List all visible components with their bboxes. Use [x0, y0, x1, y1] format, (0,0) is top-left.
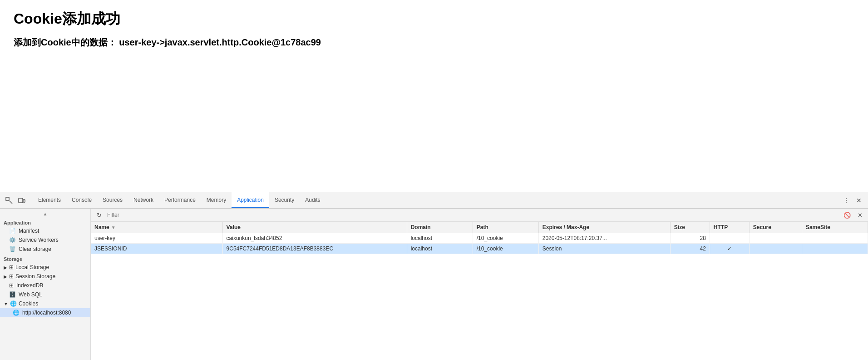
cookie-secure-jsessionid	[749, 244, 802, 254]
tab-elements[interactable]: Elements	[33, 192, 66, 208]
sidebar-item-session-storage[interactable]: ▶ ⊞ Session Storage	[0, 272, 90, 281]
storage-section-title: Storage	[0, 254, 90, 263]
page-subtitle: 添加到Cookie中的数据： user-key->javax.servlet.h…	[14, 36, 854, 49]
col-header-domain[interactable]: Domain	[407, 222, 473, 233]
indexeddb-icon: ⊞	[9, 282, 14, 289]
refresh-cookies-button[interactable]: ↻	[94, 210, 104, 220]
filter-input[interactable]	[107, 212, 839, 218]
cookie-table: Name ▼ Value Domain Path Expires / Max-A…	[91, 222, 868, 254]
sidebar-item-manifest[interactable]: 📄 Manifest	[0, 226, 90, 235]
svg-line-1	[10, 201, 12, 204]
cookie-table-wrapper: Name ▼ Value Domain Path Expires / Max-A…	[91, 222, 868, 360]
sidebar-item-local-storage[interactable]: ▶ ⊞ Local Storage	[0, 263, 90, 272]
tab-console[interactable]: Console	[66, 192, 97, 208]
col-header-samesite[interactable]: SameSite	[802, 222, 868, 233]
cookie-domain-user-key: localhost	[407, 233, 473, 244]
svg-rect-0	[6, 197, 9, 200]
table-row[interactable]: JSESSIONID 9C54FC7244FD51ED8DA13EAF8B388…	[91, 244, 868, 254]
table-row[interactable]: user-key caixunkun_lsdah34852 localhost …	[91, 233, 868, 244]
col-name-sort-icon: ▼	[111, 225, 116, 230]
devtools-tabbar: Elements Console Sources Network Perform…	[0, 192, 868, 209]
application-section-title: Application	[0, 217, 90, 226]
cookie-value-user-key: caixunkun_lsdah34852	[222, 233, 407, 244]
session-storage-arrow: ▶	[4, 274, 7, 279]
sidebar-item-indexeddb[interactable]: ⊞ IndexedDB	[0, 281, 90, 290]
col-header-path[interactable]: Path	[473, 222, 538, 233]
web-sql-icon: 🗄️	[9, 291, 16, 298]
devtools-sidebar: ▲ Application 📄 Manifest ⚙️ Service Work…	[0, 209, 91, 360]
devtools-corner-buttons: ⋮ ✕	[841, 195, 864, 206]
cookie-name-jsessionid: JSESSIONID	[91, 244, 222, 254]
sidebar-item-web-sql[interactable]: 🗄️ Web SQL	[0, 290, 90, 299]
cookie-expires-user-key: 2020-05-12T08:17:20.37...	[538, 233, 670, 244]
clear-filter-x-button[interactable]: ✕	[855, 210, 864, 220]
tab-audits[interactable]: Audits	[300, 192, 326, 208]
sidebar-scroll-up[interactable]: ▲	[0, 210, 90, 217]
col-header-http[interactable]: HTTP	[710, 222, 749, 233]
cookie-http-user-key	[710, 233, 749, 244]
close-devtools-icon[interactable]: ✕	[853, 195, 864, 206]
cookie-samesite-jsessionid	[802, 244, 868, 254]
tab-network[interactable]: Network	[128, 192, 159, 208]
col-header-value[interactable]: Value	[222, 222, 407, 233]
tab-performance[interactable]: Performance	[159, 192, 201, 208]
devtools-tabs: Elements Console Sources Network Perform…	[33, 192, 326, 208]
col-name-label: Name	[94, 224, 109, 230]
cookie-size-jsessionid: 42	[670, 244, 710, 254]
localhost-cookie-icon: 🌐	[13, 310, 20, 316]
cookie-table-body: user-key caixunkun_lsdah34852 localhost …	[91, 233, 868, 254]
sidebar-item-service-workers[interactable]: ⚙️ Service Workers	[0, 235, 90, 245]
manifest-icon: 📄	[9, 228, 16, 234]
sidebar-item-indexeddb-label: IndexedDB	[16, 282, 43, 289]
cookie-http-jsessionid: ✓	[710, 244, 749, 254]
session-storage-icon: ⊞	[9, 273, 14, 280]
sidebar-item-cookies[interactable]: ▼ 🌐 Cookies	[0, 299, 90, 308]
tab-application[interactable]: Application	[232, 192, 269, 208]
cookies-icon: 🌐	[10, 300, 17, 307]
devtools-panel: Elements Console Sources Network Perform…	[0, 192, 868, 360]
sidebar-item-localhost-8080-label: http://localhost:8080	[22, 310, 71, 316]
tab-security[interactable]: Security	[269, 192, 300, 208]
local-storage-icon: ⊞	[9, 264, 14, 270]
sidebar-item-clear-storage-label: Clear storage	[19, 246, 51, 252]
sidebar-item-cookies-label: Cookies	[19, 300, 38, 307]
service-workers-icon: ⚙️	[9, 237, 16, 243]
cookie-expires-jsessionid: Session	[538, 244, 670, 254]
devtools-main: ↻ 🚫 ✕ Name ▼	[91, 209, 868, 360]
col-header-secure[interactable]: Secure	[749, 222, 802, 233]
tab-memory[interactable]: Memory	[201, 192, 232, 208]
cookie-samesite-user-key	[802, 233, 868, 244]
local-storage-arrow: ▶	[4, 265, 7, 270]
sidebar-item-clear-storage[interactable]: 🗑️ Clear storage	[0, 245, 90, 254]
sidebar-item-localhost-8080[interactable]: 🌐 http://localhost:8080	[0, 308, 90, 317]
devtools-body: ▲ Application 📄 Manifest ⚙️ Service Work…	[0, 209, 868, 360]
cookie-size-user-key: 28	[670, 233, 710, 244]
tab-sources[interactable]: Sources	[97, 192, 128, 208]
sidebar-item-local-storage-label: Local Storage	[15, 264, 49, 270]
cookie-domain-jsessionid: localhost	[407, 244, 473, 254]
device-toolbar-icon[interactable]	[16, 195, 27, 206]
col-header-expires[interactable]: Expires / Max-Age	[538, 222, 670, 233]
cookie-name-user-key: user-key	[91, 233, 222, 244]
svg-rect-2	[19, 198, 23, 203]
col-header-size[interactable]: Size	[670, 222, 710, 233]
more-options-icon[interactable]: ⋮	[841, 195, 852, 206]
page-title: Cookie添加成功	[14, 9, 854, 29]
col-header-name[interactable]: Name ▼	[91, 222, 222, 233]
cookie-value-jsessionid: 9C54FC7244FD51ED8DA13EAF8B3883EC	[222, 244, 407, 254]
devtools-icons	[4, 195, 27, 206]
cookie-table-header: Name ▼ Value Domain Path Expires / Max-A…	[91, 222, 868, 233]
inspect-element-icon[interactable]	[4, 195, 15, 206]
cookie-secure-user-key	[749, 233, 802, 244]
page-content: Cookie添加成功 添加到Cookie中的数据： user-key->java…	[0, 0, 868, 62]
sidebar-item-session-storage-label: Session Storage	[15, 273, 55, 280]
cookie-path-user-key: /10_cookie	[473, 233, 538, 244]
cookie-path-jsessionid: /10_cookie	[473, 244, 538, 254]
svg-rect-3	[23, 200, 25, 202]
sidebar-item-service-workers-label: Service Workers	[19, 237, 59, 243]
clear-filter-button[interactable]: 🚫	[843, 210, 852, 220]
clear-storage-icon: 🗑️	[9, 246, 16, 252]
sidebar-item-web-sql-label: Web SQL	[19, 291, 42, 298]
filter-bar: ↻ 🚫 ✕	[91, 209, 868, 222]
sidebar-item-manifest-label: Manifest	[19, 228, 39, 234]
